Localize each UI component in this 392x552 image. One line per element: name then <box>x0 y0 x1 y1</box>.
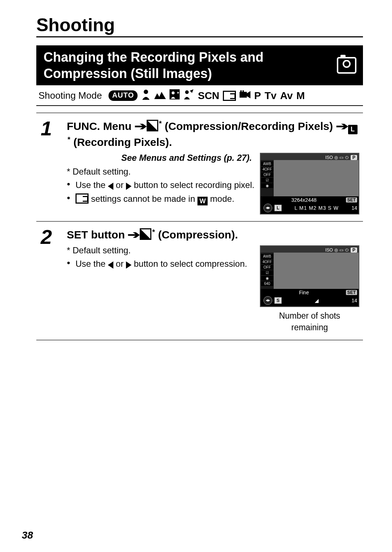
bullet-text: Use the <box>75 180 108 190</box>
asterisk: * <box>68 135 70 143</box>
rect-icon: ▭ <box>339 248 343 253</box>
page-number: 38 <box>22 529 33 541</box>
step-body-1: FUNC. Menu ➔* (Compression/Recording Pix… <box>62 113 363 221</box>
p-mode-label: P <box>254 90 261 102</box>
rocker-icon: ◀▶ <box>264 204 272 212</box>
shots-remaining-caption: Number of shots remaining <box>260 310 359 333</box>
arrow-icon: ➔ <box>134 119 147 134</box>
iso-icon: ISO <box>325 155 333 160</box>
shooting-mode-bar: Shooting Mode AUTO ★ SCN P Tv Av M <box>36 85 363 106</box>
step-1-text-a: (Compression/Recording Pixels) <box>165 120 333 132</box>
size-thumb: L <box>274 205 282 211</box>
step-row-1: 1 FUNC. Menu ➔* (Compression/Recording P… <box>36 113 363 221</box>
svg-point-0 <box>144 90 148 94</box>
set-button-label: SET <box>67 229 88 241</box>
sidebar-item: ☑ <box>261 270 273 275</box>
sidebar-item: OFF <box>261 265 273 270</box>
rocker-icon: ◀▶ <box>264 296 272 305</box>
tv-mode-label: Tv <box>265 90 277 102</box>
shooting-mode-label: Shooting Mode <box>38 89 102 102</box>
step-2-heading: SET button ➔* (Compression). <box>67 227 359 242</box>
compression-icon <box>140 228 151 240</box>
svg-text:★: ★ <box>177 91 180 94</box>
sidebar-item: 640 <box>261 281 273 286</box>
step-number: 1 <box>36 113 62 221</box>
caption-text: remaining <box>260 322 359 333</box>
step-body-2: SET button ➔* (Compression). * Default s… <box>62 221 363 340</box>
bullet-text: button to select compression. <box>131 259 247 269</box>
stitch-assist-mode-icon <box>223 90 236 102</box>
default-setting-note: * Default setting. <box>67 245 255 255</box>
bullet-text: settings cannot be made in <box>89 194 197 204</box>
camera-icon <box>337 57 356 74</box>
bullet-text: or <box>113 180 126 190</box>
portrait-mode-icon <box>141 89 151 102</box>
lcd-top-icons: ISO ◎ ▭ ⏲ P <box>261 246 359 253</box>
lcd-preview-2: ISO ◎ ▭ ⏲ P AWB 4OFF OFF <box>260 245 359 307</box>
lcd-viewport <box>274 160 359 196</box>
size-options: L M1 M2 M3 S W <box>294 205 339 211</box>
step-2-bullet-1: Use the ◀ or ▶ button to select compress… <box>67 258 255 270</box>
night-portrait-mode-icon: ★ <box>170 89 180 102</box>
chapter-title: Shooting <box>36 15 363 36</box>
iso-icon: ISO <box>325 248 333 253</box>
see-menus-ref: See Menus and Settings (p. 27). <box>67 153 255 163</box>
scn-mode-label: SCN <box>198 90 219 102</box>
rect-icon: ▭ <box>339 155 343 160</box>
bullet-text: Use the <box>75 259 108 269</box>
sidebar-item: ◉ <box>261 276 273 281</box>
bullet-text: mode. <box>208 194 234 204</box>
svg-rect-6 <box>240 90 242 92</box>
bullet-text: or <box>113 259 126 269</box>
shots-remaining: 14 <box>351 205 357 211</box>
left-arrow-icon: ◀ <box>108 257 113 271</box>
svg-point-4 <box>185 90 189 94</box>
p-mode-badge: P <box>351 248 357 253</box>
m-mode-label: M <box>296 90 305 102</box>
bullet-text: button to select recording pixel. <box>131 180 254 190</box>
step-2-text: (Compression). <box>158 229 238 241</box>
section-header: Changing the Recording Pixels and Compre… <box>36 45 363 85</box>
stitch-assist-icon <box>75 193 89 204</box>
step-row-2: 2 SET button ➔* (Compression). * Default… <box>36 221 363 340</box>
resolution-readout: 3264x2448 <box>291 197 317 203</box>
lcd-viewport <box>274 253 359 289</box>
steps-table: 1 FUNC. Menu ➔* (Compression/Recording P… <box>36 113 363 340</box>
lcd-top-icons: ISO ◎ ▭ ⏲ P <box>261 154 359 160</box>
sidebar-item: ☑ <box>261 178 273 183</box>
asterisk: * <box>152 228 155 236</box>
set-badge: SET <box>346 197 357 203</box>
landscape-mode-icon <box>154 90 166 102</box>
caption-text: Number of shots <box>279 311 340 320</box>
right-arrow-icon: ▶ <box>126 179 131 192</box>
selftimer-icon: ⏲ <box>345 248 349 253</box>
lcd-preview-1: ISO ◎ ▭ ⏲ P AWB 4OFF OFF <box>260 153 359 214</box>
sidebar-item: ◉ <box>261 183 273 188</box>
left-arrow-icon: ◀ <box>108 179 113 192</box>
right-arrow-icon: ▶ <box>126 257 131 271</box>
selftimer-icon: ⏲ <box>345 155 349 160</box>
p-mode-badge: P <box>351 155 357 160</box>
sidebar-item: AWB <box>261 254 273 259</box>
auto-mode-pill: AUTO <box>109 90 138 101</box>
default-setting-note: * Default setting. <box>67 167 255 177</box>
svg-rect-7 <box>242 90 244 92</box>
target-icon: ◎ <box>334 155 338 160</box>
movie-mode-icon <box>240 90 250 102</box>
section-title: Changing the Recording Pixels and Compre… <box>44 49 330 82</box>
kids-pets-mode-icon <box>183 89 194 102</box>
compression-readout: Fine <box>299 290 309 295</box>
widescreen-icon: W <box>197 197 208 205</box>
chapter-rule <box>36 36 363 37</box>
func-menu-label: FUNC. Menu <box>67 120 131 132</box>
sidebar-item: 4OFF <box>261 259 273 264</box>
step-1-bullet-1: Use the ◀ or ▶ button to select recordin… <box>67 179 255 192</box>
recording-pixels-L-icon: L <box>348 125 358 134</box>
svg-rect-5 <box>240 92 247 98</box>
sidebar-item: AWB <box>261 161 273 166</box>
arrow-icon: ➔ <box>336 119 348 134</box>
step-1-bullet-2: settings cannot be made in W mode. <box>67 193 255 205</box>
shots-remaining: 14 <box>351 298 357 303</box>
svg-point-2 <box>172 91 175 94</box>
sidebar-item: OFF <box>261 172 273 177</box>
